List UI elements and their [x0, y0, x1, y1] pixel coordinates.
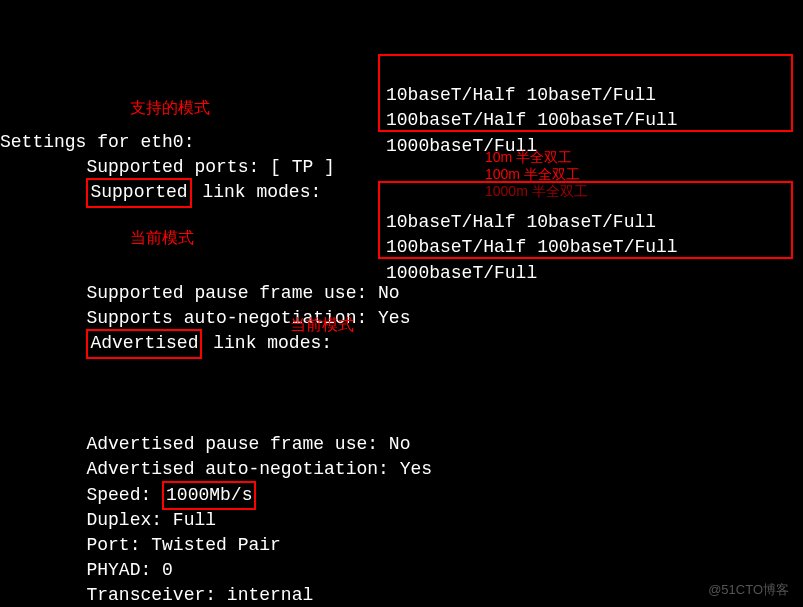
line-supported-link-modes: Supported link modes: — [0, 182, 354, 202]
line-supported-ports: Supported ports: [ TP ] — [0, 157, 335, 177]
line-phyad: PHYAD: 0 — [0, 560, 173, 580]
terminal-output: Settings for eth0: Supported ports: [ TP… — [0, 101, 803, 607]
supported-mode-line-2: 100baseT/Half 100baseT/Full — [386, 110, 678, 130]
annotation-supported-mode: 支持的模式 — [130, 97, 210, 119]
line-duplex: Duplex: Full — [0, 510, 216, 530]
line-port: Port: Twisted Pair — [0, 535, 281, 555]
advertised-mode-line-1: 10baseT/Half 10baseT/Full — [386, 212, 656, 232]
line-advertised-pause: Advertised pause frame use: No — [0, 434, 410, 454]
highlight-speed-value: 1000Mb/s — [162, 481, 256, 510]
annotation-current-mode: 当前模式 — [130, 227, 194, 249]
line-speed: Speed: 1000Mb/s — [0, 485, 256, 505]
annotation-1000m-duplex: 1000m 半全双工 — [485, 182, 588, 202]
highlight-supported-link-values: 10baseT/Half 10baseT/Full 100baseT/Half … — [378, 54, 793, 132]
line-advertised-autoneg: Advertised auto-negotiation: Yes — [0, 459, 432, 479]
line-supported-pause: Supported pause frame use: No — [0, 283, 400, 303]
line-advertised-link-modes: Advertised link modes: — [0, 333, 354, 353]
watermark: @51CTO博客 — [708, 581, 789, 599]
line-title: Settings for eth0: — [0, 132, 194, 152]
supported-mode-line-1: 10baseT/Half 10baseT/Full — [386, 85, 656, 105]
advertised-mode-line-3: 1000baseT/Full — [386, 263, 537, 283]
annotation-current-mode-2: 当前模式 — [290, 314, 354, 336]
line-transceiver: Transceiver: internal — [0, 585, 313, 605]
highlight-advertised-label: Advertised — [86, 329, 202, 358]
advertised-mode-line-2: 100baseT/Half 100baseT/Full — [386, 237, 678, 257]
highlight-supported-label: Supported — [86, 178, 191, 207]
